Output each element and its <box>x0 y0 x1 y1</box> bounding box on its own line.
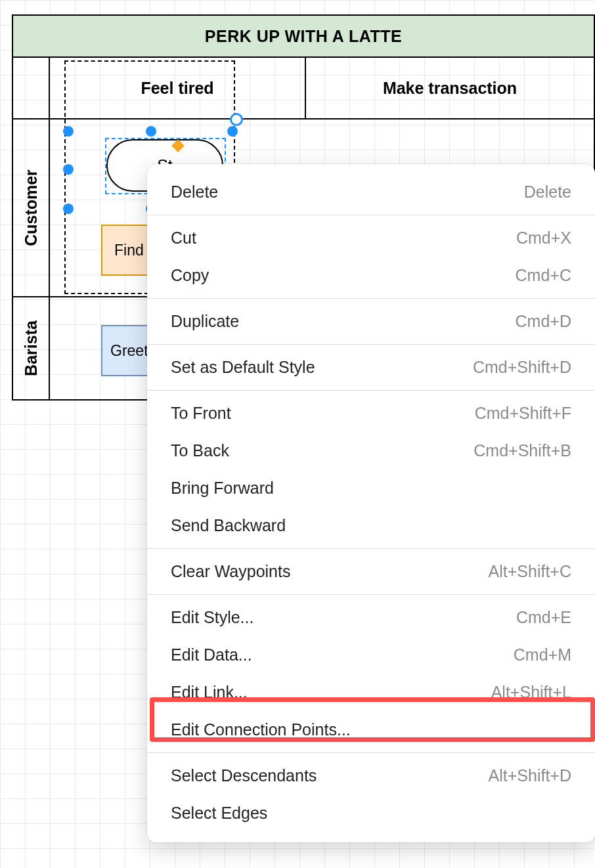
menu-item-label: Select Edges <box>171 804 267 823</box>
menu-item-label: Clear Waypoints <box>171 562 290 581</box>
menu-item-edit-link[interactable]: Edit Link...Alt+Shift+L <box>147 674 595 711</box>
menu-item-select-descendants[interactable]: Select DescendantsAlt+Shift+D <box>147 757 595 794</box>
phase-make-transaction[interactable]: Make transaction <box>305 58 594 118</box>
menu-separator <box>147 594 595 595</box>
menu-item-label: Select Descendants <box>171 766 317 785</box>
menu-item-label: Edit Link... <box>171 683 248 702</box>
menu-item-label: To Front <box>171 404 231 423</box>
menu-item-label: Duplicate <box>171 312 239 331</box>
menu-item-shortcut: Cmd+Shift+B <box>474 441 571 460</box>
menu-item-label: Edit Style... <box>171 608 253 627</box>
phase-spacer <box>13 58 50 118</box>
menu-separator <box>147 752 595 753</box>
menu-item-to-front[interactable]: To FrontCmd+Shift+F <box>147 395 595 432</box>
menu-item-copy[interactable]: CopyCmd+C <box>147 257 595 294</box>
menu-separator <box>147 298 595 299</box>
selection-handle[interactable] <box>63 164 74 175</box>
menu-item-bring-forward[interactable]: Bring Forward <box>147 469 595 507</box>
menu-item-shortcut: Cmd+M <box>514 645 571 664</box>
selection-handle[interactable] <box>63 204 74 214</box>
menu-item-label: Edit Connection Points... <box>171 720 351 739</box>
menu-item-select-edges[interactable]: Select Edges <box>147 794 595 832</box>
menu-item-label: To Back <box>171 441 229 460</box>
lane-label-customer[interactable]: Customer <box>13 119 50 296</box>
menu-item-clear-waypoints[interactable]: Clear WaypointsAlt+Shift+C <box>147 553 595 590</box>
menu-item-set-as-default-style[interactable]: Set as Default StyleCmd+Shift+D <box>147 349 595 386</box>
menu-item-label: Cut <box>171 228 196 248</box>
phase-feel-tired[interactable]: Feel tired <box>50 58 305 118</box>
shape-find-text: Find <box>114 242 144 259</box>
phase-label: Make transaction <box>383 79 517 98</box>
menu-item-shortcut: Alt+Shift+L <box>491 683 571 702</box>
menu-item-shortcut: Alt+Shift+D <box>489 766 571 785</box>
menu-separator <box>147 548 595 549</box>
menu-item-shortcut: Cmd+E <box>516 608 571 627</box>
selection-handle[interactable] <box>146 126 156 137</box>
selection-handle[interactable] <box>63 126 74 137</box>
menu-item-delete[interactable]: DeleteDelete <box>147 173 595 211</box>
menu-item-label: Bring Forward <box>171 479 274 498</box>
menu-item-label: Copy <box>171 266 209 285</box>
menu-separator <box>147 390 595 391</box>
menu-item-label: Set as Default Style <box>171 358 315 377</box>
lane-label-text: Barista <box>22 320 41 376</box>
menu-item-to-back[interactable]: To BackCmd+Shift+B <box>147 432 595 469</box>
menu-item-duplicate[interactable]: DuplicateCmd+D <box>147 303 595 340</box>
menu-item-shortcut: Cmd+Shift+F <box>475 404 571 423</box>
pool-title-text: PERK UP WITH A LATTE <box>205 27 402 46</box>
menu-item-label: Edit Data... <box>171 645 252 664</box>
context-menu[interactable]: DeleteDeleteCutCmd+XCopyCmd+CDuplicateCm… <box>147 164 595 842</box>
menu-item-shortcut: Cmd+D <box>516 312 571 331</box>
lane-label-barista[interactable]: Barista <box>13 297 50 399</box>
menu-item-edit-data[interactable]: Edit Data...Cmd+M <box>147 636 595 674</box>
menu-item-label: Delete <box>171 183 218 202</box>
menu-item-send-backward[interactable]: Send Backward <box>147 507 595 544</box>
menu-item-edit-connection-points[interactable]: Edit Connection Points... <box>147 711 595 749</box>
menu-item-shortcut: Alt+Shift+C <box>489 562 571 581</box>
menu-separator <box>147 344 595 345</box>
menu-item-edit-style[interactable]: Edit Style...Cmd+E <box>147 599 595 636</box>
menu-item-label: Send Backward <box>171 516 286 535</box>
phase-header-row: Feel tired Make transaction <box>13 58 594 119</box>
phase-label: Feel tired <box>141 79 213 98</box>
menu-item-cut[interactable]: CutCmd+X <box>147 219 595 257</box>
menu-item-shortcut: Delete <box>524 183 571 202</box>
selection-handle[interactable] <box>227 126 238 137</box>
menu-item-shortcut: Cmd+Shift+D <box>473 358 571 377</box>
lane-label-text: Customer <box>22 169 41 246</box>
pool-title[interactable]: PERK UP WITH A LATTE <box>13 16 594 58</box>
menu-separator <box>147 215 595 215</box>
menu-item-shortcut: Cmd+C <box>516 266 571 285</box>
diagram-canvas[interactable]: PERK UP WITH A LATTE Feel tired Make tra… <box>0 0 595 868</box>
menu-item-shortcut: Cmd+X <box>516 228 571 248</box>
